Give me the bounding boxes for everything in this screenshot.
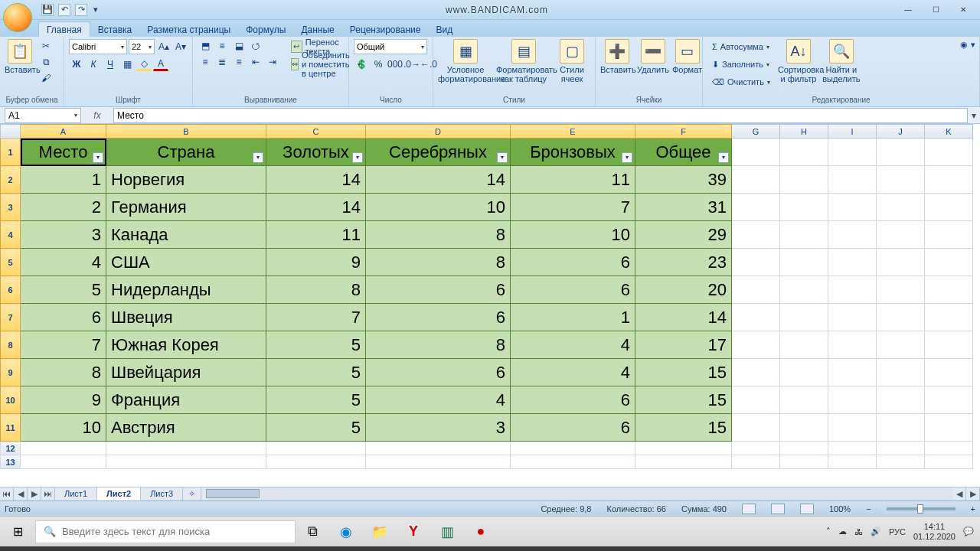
filter-dropdown-icon[interactable]: ▾ <box>253 152 263 163</box>
minimize-ribbon-icon[interactable]: ▾ <box>971 40 975 50</box>
cell-bronze[interactable]: 10 <box>511 221 635 249</box>
close-button[interactable]: ✕ <box>949 3 977 17</box>
empty-cell[interactable] <box>828 442 877 455</box>
zoom-in-icon[interactable]: + <box>971 504 975 514</box>
empty-cell[interactable] <box>925 359 973 386</box>
empty-cell[interactable] <box>732 359 780 386</box>
cell-gold[interactable]: 14 <box>266 166 366 194</box>
increase-decimal-icon[interactable]: .0→ <box>404 57 420 71</box>
column-header[interactable]: H <box>780 125 828 139</box>
cell-silver[interactable]: 6 <box>366 304 511 331</box>
table-header-cell[interactable]: Общее▾ <box>635 139 732 166</box>
cell-bronze[interactable]: 6 <box>511 276 635 304</box>
cell-bronze[interactable]: 7 <box>511 194 635 221</box>
cell-bronze[interactable]: 6 <box>511 249 635 276</box>
table-header-cell[interactable]: Место▾ <box>21 139 106 166</box>
empty-cell[interactable] <box>732 276 780 304</box>
align-middle-icon[interactable]: ≡ <box>214 39 230 53</box>
empty-cell[interactable] <box>732 455 780 469</box>
orientation-icon[interactable]: ⭯ <box>248 39 263 53</box>
empty-cell[interactable] <box>925 194 973 221</box>
page-break-view-icon[interactable] <box>800 504 814 514</box>
sort-filter-button[interactable]: A↓Сортировка и фильтр <box>778 39 819 83</box>
cell-gold[interactable]: 5 <box>266 331 366 359</box>
maximize-button[interactable]: ☐ <box>922 3 949 17</box>
column-header[interactable]: D <box>366 125 511 139</box>
empty-cell[interactable] <box>635 442 732 455</box>
cell-place[interactable]: 10 <box>21 414 106 442</box>
tab-review[interactable]: Рецензирование <box>342 22 429 37</box>
filter-dropdown-icon[interactable]: ▾ <box>718 152 729 163</box>
first-sheet-icon[interactable]: ⏮ <box>0 487 14 500</box>
cell-place[interactable]: 6 <box>21 304 106 331</box>
empty-cell[interactable] <box>828 304 877 331</box>
empty-cell[interactable] <box>877 386 925 414</box>
empty-cell[interactable] <box>780 304 828 331</box>
cell-total[interactable]: 15 <box>635 414 732 442</box>
empty-cell[interactable] <box>780 166 828 194</box>
row-header[interactable]: 10 <box>1 386 21 414</box>
filter-dropdown-icon[interactable]: ▾ <box>352 152 363 163</box>
empty-cell[interactable] <box>925 386 973 414</box>
grid-table[interactable]: ABCDEFGHIJK1Место▾Страна▾Золотых▾Серебря… <box>0 124 973 469</box>
cell-country[interactable]: Швейцария <box>106 359 266 386</box>
empty-cell[interactable] <box>877 414 925 442</box>
empty-cell[interactable] <box>266 455 366 469</box>
cell-silver[interactable]: 8 <box>366 221 511 249</box>
format-as-table-button[interactable]: ▤Форматировать как таблицу <box>496 39 551 83</box>
horizontal-scrollbar[interactable] <box>206 487 952 500</box>
empty-cell[interactable] <box>366 455 511 469</box>
row-header[interactable]: 7 <box>1 304 21 331</box>
cell-silver[interactable]: 14 <box>366 166 511 194</box>
empty-cell[interactable] <box>828 166 877 194</box>
empty-cell[interactable] <box>828 276 877 304</box>
row-header[interactable]: 11 <box>1 414 21 442</box>
edge-icon[interactable]: ◉ <box>329 517 363 547</box>
empty-cell[interactable] <box>877 442 925 455</box>
new-sheet-icon[interactable]: ✧ <box>183 487 201 500</box>
column-header[interactable]: C <box>266 125 366 139</box>
cell-silver[interactable]: 6 <box>366 276 511 304</box>
formula-input[interactable]: Место <box>113 108 968 123</box>
empty-cell[interactable] <box>780 139 828 166</box>
filter-dropdown-icon[interactable]: ▾ <box>622 152 632 163</box>
column-header[interactable]: F <box>635 125 732 139</box>
paste-button[interactable]: 📋 Вставить <box>5 39 35 74</box>
empty-cell[interactable] <box>925 442 973 455</box>
empty-cell[interactable] <box>732 249 780 276</box>
tab-insert[interactable]: Вставка <box>90 22 140 37</box>
undo-icon[interactable]: ↶ <box>58 4 70 16</box>
empty-cell[interactable] <box>366 442 511 455</box>
cell-place[interactable]: 4 <box>21 249 106 276</box>
column-header[interactable]: B <box>106 125 266 139</box>
cell-gold[interactable]: 11 <box>266 221 366 249</box>
fill-color-icon[interactable]: ◇ <box>136 57 152 71</box>
cell-gold[interactable]: 5 <box>266 359 366 386</box>
cell-silver[interactable]: 3 <box>366 414 511 442</box>
row-header[interactable]: 2 <box>1 166 21 194</box>
tray-volume-icon[interactable]: 🔊 <box>871 527 881 536</box>
align-center-icon[interactable]: ≣ <box>214 55 230 69</box>
start-button[interactable]: ⊞ <box>0 517 35 547</box>
scroll-left-icon[interactable]: ◀ <box>952 487 966 500</box>
cell-country[interactable]: Норвегия <box>106 166 266 194</box>
align-left-icon[interactable]: ≡ <box>198 55 213 69</box>
empty-cell[interactable] <box>877 166 925 194</box>
find-select-button[interactable]: 🔍Найти и выделить <box>822 39 861 83</box>
row-header[interactable]: 3 <box>1 194 21 221</box>
empty-cell[interactable] <box>828 414 877 442</box>
column-header[interactable]: I <box>828 125 877 139</box>
row-header[interactable]: 4 <box>1 221 21 249</box>
tray-language[interactable]: РУС <box>889 527 906 536</box>
tray-notifications-icon[interactable]: 💬 <box>963 527 974 536</box>
empty-cell[interactable] <box>780 221 828 249</box>
name-box[interactable]: A1▾ <box>5 108 81 123</box>
currency-icon[interactable]: 💲 <box>354 57 369 71</box>
empty-cell[interactable] <box>877 331 925 359</box>
row-header[interactable]: 1 <box>1 139 21 166</box>
cell-total[interactable]: 15 <box>635 359 732 386</box>
empty-cell[interactable] <box>780 331 828 359</box>
cell-bronze[interactable]: 6 <box>511 386 635 414</box>
cell-bronze[interactable]: 4 <box>511 359 635 386</box>
empty-cell[interactable] <box>635 455 732 469</box>
